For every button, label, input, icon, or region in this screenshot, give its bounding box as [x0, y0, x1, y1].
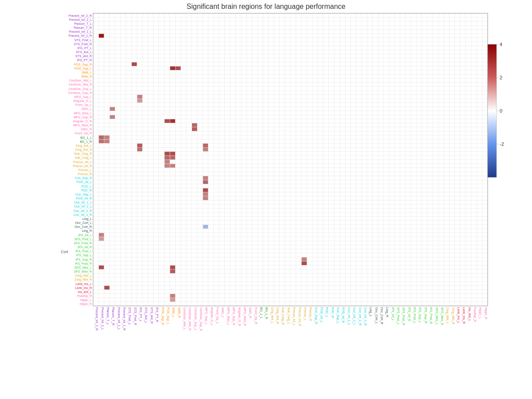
heatmap-canvas	[0, 0, 532, 399]
chart-container	[0, 0, 532, 399]
